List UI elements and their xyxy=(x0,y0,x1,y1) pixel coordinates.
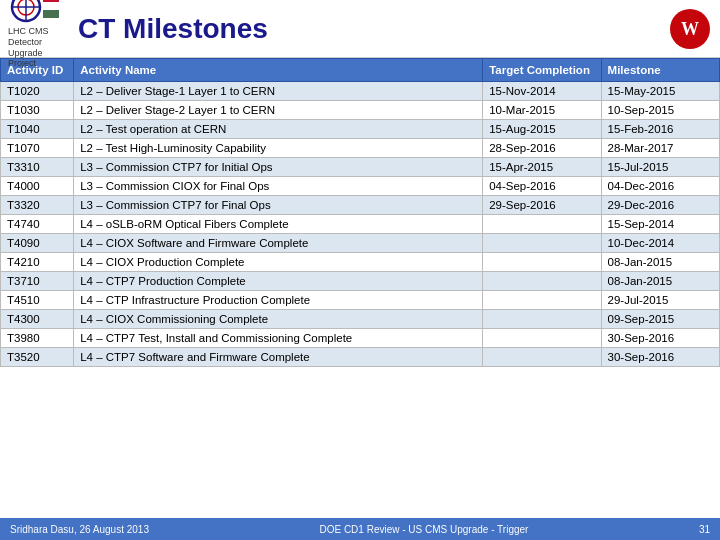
table-row: T4000L3 – Commission CIOX for Final Ops0… xyxy=(1,177,720,196)
table-row: T1070L2 – Test High-Luminosity Capabilit… xyxy=(1,139,720,158)
cell-milestone: 15-May-2015 xyxy=(601,82,719,101)
cell-activity-name: L4 – CIOX Production Complete xyxy=(74,253,483,272)
table-row: T3520L4 – CTP7 Software and Firmware Com… xyxy=(1,348,720,367)
cell-activity-name: L3 – Commission CTP7 for Initial Ops xyxy=(74,158,483,177)
cell-target-completion: 29-Sep-2016 xyxy=(483,196,601,215)
cell-milestone: 10-Sep-2015 xyxy=(601,101,719,120)
table-row: T1020L2 – Deliver Stage-1 Layer 1 to CER… xyxy=(1,82,720,101)
table-header-row: Activity ID Activity Name Target Complet… xyxy=(1,59,720,82)
svg-rect-6 xyxy=(43,10,59,18)
logo-area: LHC CMS Detector Upgrade Project xyxy=(8,0,60,69)
cell-target-completion xyxy=(483,348,601,367)
cell-activity-id: T3980 xyxy=(1,329,74,348)
table-row: T4300L4 – CIOX Commissioning Complete09-… xyxy=(1,310,720,329)
cell-target-completion xyxy=(483,291,601,310)
cell-activity-id: T3520 xyxy=(1,348,74,367)
cell-activity-name: L2 – Test High-Luminosity Capability xyxy=(74,139,483,158)
cell-milestone: 09-Sep-2015 xyxy=(601,310,719,329)
cell-activity-id: T4000 xyxy=(1,177,74,196)
footer-left: Sridhara Dasu, 26 August 2013 xyxy=(10,524,149,535)
svg-rect-4 xyxy=(43,0,59,2)
table-row: T1040L2 – Test operation at CERN15-Aug-2… xyxy=(1,120,720,139)
cell-target-completion: 15-Apr-2015 xyxy=(483,158,601,177)
footer-right: 31 xyxy=(699,524,710,535)
cell-activity-id: T4300 xyxy=(1,310,74,329)
cell-activity-id: T3310 xyxy=(1,158,74,177)
cell-milestone: 30-Sep-2016 xyxy=(601,348,719,367)
svg-rect-5 xyxy=(43,2,59,10)
uw-logo: W xyxy=(668,7,712,51)
cell-target-completion: 04-Sep-2016 xyxy=(483,177,601,196)
cell-milestone: 30-Sep-2016 xyxy=(601,329,719,348)
table-row: T4210L4 – CIOX Production Complete08-Jan… xyxy=(1,253,720,272)
org-line2: Detector xyxy=(8,37,42,47)
cell-milestone: 08-Jan-2015 xyxy=(601,272,719,291)
org-line1: LHC CMS xyxy=(8,26,49,36)
cell-milestone: 08-Jan-2015 xyxy=(601,253,719,272)
cell-activity-id: T1040 xyxy=(1,120,74,139)
cell-target-completion xyxy=(483,234,601,253)
table-row: T3710L4 – CTP7 Production Complete08-Jan… xyxy=(1,272,720,291)
cell-milestone: 15-Sep-2014 xyxy=(601,215,719,234)
cell-milestone: 29-Jul-2015 xyxy=(601,291,719,310)
cell-milestone: 15-Feb-2016 xyxy=(601,120,719,139)
table-row: T1030L2 – Deliver Stage-2 Layer 1 to CER… xyxy=(1,101,720,120)
cell-activity-name: L2 – Deliver Stage-2 Layer 1 to CERN xyxy=(74,101,483,120)
table-row: T4090L4 – CIOX Software and Firmware Com… xyxy=(1,234,720,253)
header: LHC CMS Detector Upgrade Project CT Mile… xyxy=(0,0,720,58)
cell-activity-name: L4 – oSLB-oRM Optical Fibers Complete xyxy=(74,215,483,234)
cell-activity-name: L4 – CTP7 Software and Firmware Complete xyxy=(74,348,483,367)
cell-milestone: 04-Dec-2016 xyxy=(601,177,719,196)
cell-activity-id: T3710 xyxy=(1,272,74,291)
table-row: T3980L4 – CTP7 Test, Install and Commiss… xyxy=(1,329,720,348)
cell-activity-id: T1020 xyxy=(1,82,74,101)
cell-target-completion xyxy=(483,215,601,234)
cell-activity-name: L4 – CTP7 Test, Install and Commissionin… xyxy=(74,329,483,348)
cell-target-completion xyxy=(483,272,601,291)
cell-activity-name: L2 – Test operation at CERN xyxy=(74,120,483,139)
cell-activity-id: T4210 xyxy=(1,253,74,272)
cell-activity-name: L3 – Commission CTP7 for Final Ops xyxy=(74,196,483,215)
cell-target-completion: 15-Aug-2015 xyxy=(483,120,601,139)
table-body: T1020L2 – Deliver Stage-1 Layer 1 to CER… xyxy=(1,82,720,367)
cell-activity-id: T4510 xyxy=(1,291,74,310)
table-row: T3310L3 – Commission CTP7 for Initial Op… xyxy=(1,158,720,177)
table-row: T4740L4 – oSLB-oRM Optical Fibers Comple… xyxy=(1,215,720,234)
cell-target-completion xyxy=(483,329,601,348)
cell-activity-id: T3320 xyxy=(1,196,74,215)
cell-activity-name: L4 – CTP7 Production Complete xyxy=(74,272,483,291)
cell-target-completion: 28-Sep-2016 xyxy=(483,139,601,158)
cell-activity-id: T4740 xyxy=(1,215,74,234)
footer: Sridhara Dasu, 26 August 2013 DOE CD1 Re… xyxy=(0,518,720,540)
milestones-table: Activity ID Activity Name Target Complet… xyxy=(0,58,720,367)
cell-target-completion: 15-Nov-2014 xyxy=(483,82,601,101)
cell-target-completion xyxy=(483,253,601,272)
table-row: T4510L4 – CTP Infrastructure Production … xyxy=(1,291,720,310)
footer-center: DOE CD1 Review - US CMS Upgrade - Trigge… xyxy=(319,524,528,535)
cell-milestone: 10-Dec-2014 xyxy=(601,234,719,253)
cell-activity-name: L4 – CIOX Commissioning Complete xyxy=(74,310,483,329)
cell-target-completion: 10-Mar-2015 xyxy=(483,101,601,120)
cell-activity-name: L4 – CTP Infrastructure Production Compl… xyxy=(74,291,483,310)
col-header-target: Target Completion xyxy=(483,59,601,82)
svg-text:W: W xyxy=(681,19,699,39)
cell-activity-name: L3 – Commission CIOX for Final Ops xyxy=(74,177,483,196)
cell-activity-name: L2 – Deliver Stage-1 Layer 1 to CERN xyxy=(74,82,483,101)
col-header-name: Activity Name xyxy=(74,59,483,82)
lhc-cms-logo xyxy=(8,0,60,26)
col-header-milestone: Milestone xyxy=(601,59,719,82)
cell-target-completion xyxy=(483,310,601,329)
cell-activity-id: T4090 xyxy=(1,234,74,253)
cell-activity-id: T1030 xyxy=(1,101,74,120)
cell-milestone: 15-Jul-2015 xyxy=(601,158,719,177)
cell-milestone: 28-Mar-2017 xyxy=(601,139,719,158)
page-title: CT Milestones xyxy=(78,13,668,45)
org-line3: Upgrade xyxy=(8,48,43,58)
cell-activity-name: L4 – CIOX Software and Firmware Complete xyxy=(74,234,483,253)
cell-milestone: 29-Dec-2016 xyxy=(601,196,719,215)
cell-activity-id: T1070 xyxy=(1,139,74,158)
table-container: Activity ID Activity Name Target Complet… xyxy=(0,58,720,367)
table-row: T3320L3 – Commission CTP7 for Final Ops2… xyxy=(1,196,720,215)
